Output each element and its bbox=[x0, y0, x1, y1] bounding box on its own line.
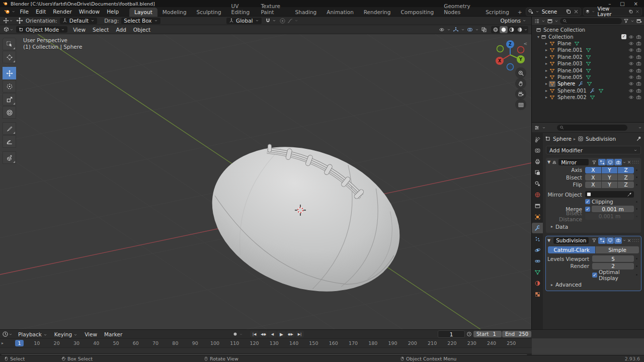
mirror-name-field[interactable]: Mirror bbox=[558, 159, 589, 165]
merge-checkbox[interactable]: ✓ bbox=[585, 207, 590, 212]
workspace-tab-scripting[interactable]: Scripting bbox=[480, 8, 514, 17]
frame-start-field[interactable]: Start 1 bbox=[473, 331, 502, 337]
bisect-x-button[interactable]: X bbox=[585, 174, 601, 180]
properties-tab-constraints[interactable] bbox=[532, 256, 543, 266]
scene-selector[interactable]: Scene bbox=[526, 8, 582, 16]
workspace-tab-rendering[interactable]: Rendering bbox=[359, 8, 396, 17]
workspace-tab-texture-paint[interactable]: Texture Paint bbox=[256, 2, 290, 17]
disable-render-icon[interactable] bbox=[636, 47, 641, 53]
realtime-display-toggle[interactable] bbox=[606, 237, 614, 244]
subdivision-panel-header[interactable]: ▼ Subdivision :::: bbox=[546, 236, 641, 245]
workspace-tab-geometry-nodes[interactable]: Geometry Nodes bbox=[439, 2, 480, 17]
current-frame-marker[interactable]: 1 bbox=[15, 340, 24, 346]
shading-wireframe-button[interactable] bbox=[492, 26, 500, 33]
modifier-icon[interactable] bbox=[578, 136, 584, 142]
workspace-tab-shading[interactable]: Shading bbox=[290, 8, 322, 17]
editor-type-icon[interactable] bbox=[2, 331, 9, 337]
catmull-clark-button[interactable]: Catmull-Clark bbox=[548, 246, 595, 253]
optimal-display-checkbox[interactable]: ✓ bbox=[592, 273, 597, 278]
frame-end-field[interactable]: End 250 bbox=[502, 331, 531, 337]
jump-end-button[interactable]: ▶| bbox=[295, 331, 304, 337]
chevron-down-icon[interactable] bbox=[622, 160, 626, 164]
gizmos-toggle[interactable] bbox=[452, 26, 460, 33]
scale-tool[interactable] bbox=[3, 93, 16, 106]
eyedropper-icon[interactable] bbox=[627, 192, 632, 197]
overlays-toggle[interactable] bbox=[466, 26, 474, 33]
viewport-menu-view[interactable]: View bbox=[69, 26, 89, 34]
zoom-button[interactable] bbox=[515, 67, 526, 78]
outliner-item-plane-001[interactable]: ▸Plane.001 bbox=[532, 47, 644, 53]
properties-tab-collection[interactable] bbox=[532, 201, 543, 211]
outliner-item-sphere-002[interactable]: ▸Sphere.002 bbox=[532, 94, 644, 101]
move-tool[interactable] bbox=[3, 67, 16, 79]
mirror-object-field[interactable] bbox=[585, 191, 634, 198]
measure-tool[interactable] bbox=[3, 135, 16, 148]
new-collection-icon[interactable] bbox=[636, 18, 642, 24]
properties-tab-view-layer[interactable] bbox=[532, 167, 543, 178]
remove-view-layer-icon[interactable] bbox=[635, 9, 640, 15]
bisect-distance-field[interactable]: 0.001 m bbox=[585, 213, 634, 220]
outliner-item-plane[interactable]: ▸Plane bbox=[532, 40, 644, 47]
expand-arrow[interactable]: ▸ bbox=[544, 95, 549, 100]
disable-render-icon[interactable] bbox=[636, 54, 641, 60]
merge-value-field[interactable]: 0.001 m bbox=[592, 206, 634, 212]
edit-mode-display-toggle[interactable] bbox=[598, 237, 606, 244]
workspace-tab-uv-editing[interactable]: UV Editing bbox=[226, 2, 256, 17]
expand-arrow[interactable]: ▸ bbox=[544, 88, 549, 93]
advanced-subpanel-toggle[interactable]: ▸ Advanced bbox=[546, 281, 641, 288]
disable-render-icon[interactable] bbox=[636, 68, 641, 73]
outliner-item-scene-collection[interactable]: Scene Collection bbox=[532, 27, 644, 33]
viewport-3d[interactable]: User Perspective (1) Collection | Sphere… bbox=[0, 34, 531, 329]
pin-icon[interactable] bbox=[636, 136, 642, 142]
workspace-tab-compositing[interactable]: Compositing bbox=[395, 8, 439, 17]
expand-arrow[interactable]: ▸ bbox=[544, 68, 549, 73]
workspace-tab-layout[interactable]: Layout bbox=[129, 8, 157, 17]
filter-icon[interactable] bbox=[623, 18, 629, 24]
hide-viewport-icon[interactable] bbox=[628, 95, 634, 100]
proportional-editing-toggle[interactable] bbox=[279, 18, 298, 24]
timeline-menu-keying[interactable]: Keying bbox=[51, 330, 81, 338]
viewport-menu-object[interactable]: Object bbox=[130, 26, 154, 34]
properties-tab-object[interactable] bbox=[532, 212, 543, 222]
shading-rendered-button[interactable] bbox=[516, 26, 524, 33]
bisect-z-button[interactable]: Z bbox=[618, 174, 634, 180]
hide-viewport-icon[interactable] bbox=[628, 61, 634, 66]
shading-solid-button[interactable] bbox=[500, 26, 508, 33]
menu-help[interactable]: Help bbox=[103, 8, 122, 16]
timeline-collapse-arrow[interactable]: ▸ bbox=[2, 341, 4, 345]
rotate-tool[interactable] bbox=[3, 80, 16, 93]
outliner-item-sphere[interactable]: ▸Sphere bbox=[532, 80, 644, 87]
outliner-scope-icon[interactable] bbox=[547, 18, 553, 24]
add-modifier-button[interactable]: Add Modifier bbox=[546, 146, 641, 154]
expand-arrow[interactable]: ▸ bbox=[544, 48, 549, 52]
play-button[interactable]: ▶ bbox=[277, 331, 286, 337]
outliner-display-mode-icon[interactable] bbox=[534, 18, 540, 24]
flip-z-button[interactable]: Z bbox=[618, 182, 634, 188]
menu-window[interactable]: Window bbox=[75, 8, 103, 16]
hide-viewport-icon[interactable] bbox=[628, 54, 634, 60]
workspace-tab-sculpting[interactable]: Sculpting bbox=[192, 8, 226, 17]
hide-viewport-icon[interactable] bbox=[628, 47, 634, 53]
expand-arrow[interactable]: ▸ bbox=[544, 81, 549, 86]
flip-y-button[interactable]: Y bbox=[602, 182, 618, 188]
collection-checkbox[interactable]: ✓ bbox=[621, 34, 626, 39]
region-collapse-arrow[interactable]: < bbox=[523, 41, 527, 46]
football-model[interactable] bbox=[192, 122, 420, 317]
view-layer-selector[interactable]: View Layer bbox=[583, 8, 642, 16]
add-cube-tool[interactable] bbox=[3, 151, 16, 164]
object-visibility-dropdown[interactable] bbox=[438, 26, 446, 33]
menu-edit[interactable]: Edit bbox=[32, 8, 49, 16]
timeline-menu-view[interactable]: View bbox=[81, 330, 101, 338]
clipping-checkbox[interactable]: ✓ bbox=[585, 199, 590, 204]
maximize-button[interactable]: □ bbox=[620, 1, 624, 7]
blender-menu-icon[interactable] bbox=[4, 9, 11, 15]
levels-viewport-field[interactable]: 5 bbox=[592, 255, 634, 262]
disable-render-icon[interactable] bbox=[636, 41, 641, 46]
timeline-menu-marker[interactable]: Marker bbox=[101, 330, 126, 338]
expand-arrow[interactable]: ▸ bbox=[544, 55, 549, 59]
use-preview-range-icon[interactable] bbox=[466, 331, 472, 337]
disable-render-icon[interactable] bbox=[636, 74, 641, 80]
expand-arrow[interactable]: ▾ bbox=[536, 35, 541, 39]
disable-render-icon[interactable] bbox=[636, 88, 641, 94]
next-keyframe-button[interactable]: ◆▶ bbox=[286, 331, 295, 337]
